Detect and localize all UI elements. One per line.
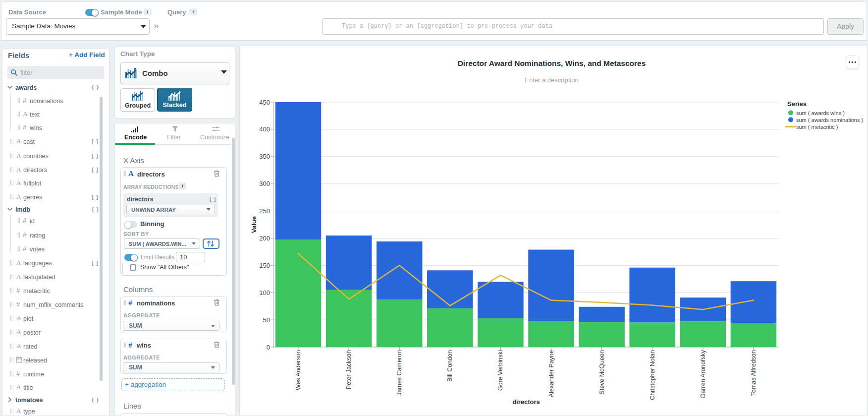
svg-text:Christopher Nolan: Christopher Nolan [649,350,656,400]
svg-text:sum ( awards wins ): sum ( awards wins ) [796,110,845,116]
svg-text:Peter Jackson: Peter Jackson [345,350,352,389]
svg-text:James Cameron: James Cameron [396,350,403,396]
svg-text:sum ( metacritic ): sum ( metacritic ) [796,124,838,130]
svg-text:200: 200 [259,235,270,242]
svg-text:Tomas Alfredson: Tomas Alfredson [750,350,757,396]
svg-text:Steve McQueen: Steve McQueen [598,350,605,395]
svg-text:Alexander Payne: Alexander Payne [548,350,555,397]
svg-text:400: 400 [259,125,270,133]
svg-text:350: 350 [259,153,270,160]
svg-text:directors: directors [512,398,540,406]
svg-text:100: 100 [259,289,270,297]
svg-text:Value: Value [250,216,258,233]
svg-text:250: 250 [259,207,270,215]
svg-text:50: 50 [263,316,270,324]
svg-text:Gore Verbinski: Gore Verbinski [497,350,504,391]
svg-text:Series: Series [787,100,807,108]
svg-text:Darren Aronofsky: Darren Aronofsky [700,350,706,398]
svg-text:0: 0 [267,344,270,351]
svg-text:150: 150 [259,262,270,269]
svg-text:450: 450 [259,99,270,106]
svg-text:Wes Anderson: Wes Anderson [295,350,302,390]
svg-text:sum ( awards nominations ): sum ( awards nominations ) [796,117,863,123]
svg-text:Bill Condon: Bill Condon [446,350,453,382]
svg-text:300: 300 [259,180,270,187]
